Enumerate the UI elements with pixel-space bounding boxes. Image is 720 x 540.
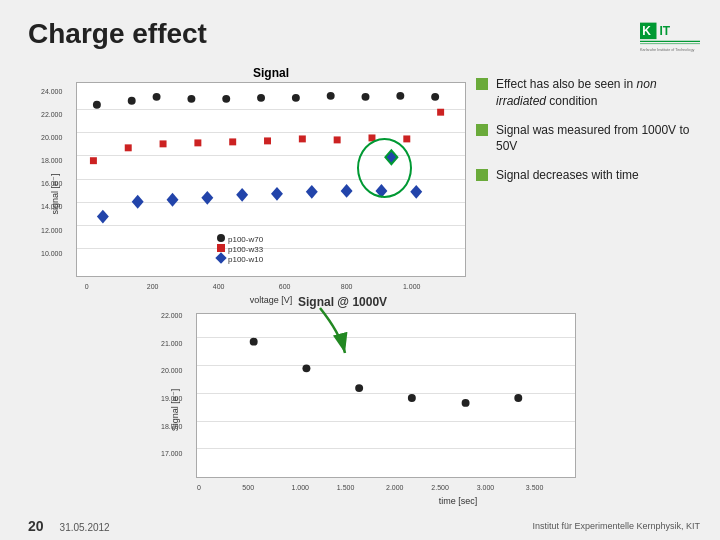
bullet-icon-2 [476, 124, 488, 136]
svg-marker-31 [201, 191, 213, 205]
bullet-icon-1 [476, 78, 488, 90]
svg-point-14 [362, 93, 370, 101]
bullet-item-1: Effect has also be seen in non irradiate… [476, 76, 700, 110]
svg-point-13 [327, 92, 335, 100]
svg-marker-38 [385, 150, 397, 164]
svg-point-16 [431, 93, 439, 101]
main-chart-title: Signal [76, 66, 466, 80]
chart-legend: p100-w70 p100-w33 p100-w10 [217, 234, 263, 264]
bullet-item-3: Signal decreases with time [476, 167, 700, 184]
header: Charge effect K IT Karlsruhe Institute o… [0, 0, 720, 66]
svg-point-41 [302, 364, 310, 372]
svg-marker-34 [306, 185, 318, 199]
footer-institution: Institut für Experimentelle Kernphysik, … [532, 521, 700, 531]
footer-date: 31.05.2012 [60, 522, 110, 533]
svg-rect-26 [403, 135, 410, 142]
svg-text:Karlsruhe Institute of Technol: Karlsruhe Institute of Technology [640, 48, 694, 52]
svg-marker-33 [271, 187, 283, 201]
svg-point-8 [153, 93, 161, 101]
page-title: Charge effect [28, 18, 207, 50]
svg-point-10 [222, 95, 230, 103]
svg-text:K: K [642, 24, 651, 38]
svg-marker-35 [341, 184, 353, 198]
svg-point-15 [396, 92, 404, 100]
svg-marker-37 [410, 185, 422, 199]
arrow-svg [290, 303, 390, 358]
svg-point-7 [128, 97, 136, 105]
bottom-chart-container: Signal [e⁻] 17.000 18.000 19.000 20.000 … [148, 313, 720, 506]
bullet-text-3: Signal decreases with time [496, 167, 639, 184]
bullet-item-2: Signal was measured from 1000V to 50V [476, 122, 700, 156]
svg-point-12 [292, 94, 300, 102]
main-chart: 10.000 12.000 14.000 16.000 18.000 20.00… [76, 82, 466, 277]
bullet-icon-3 [476, 169, 488, 181]
svg-marker-32 [236, 188, 248, 202]
svg-point-42 [355, 384, 363, 392]
svg-point-11 [257, 94, 265, 102]
svg-point-43 [408, 394, 416, 402]
main-chart-x-label: voltage [V] [76, 295, 466, 305]
footer: 20 31.05.2012 Institut für Experimentell… [28, 518, 700, 534]
svg-marker-28 [97, 210, 109, 224]
slide: Charge effect K IT Karlsruhe Institute o… [0, 0, 720, 540]
bottom-section: Signal @ 1000V Signal [e⁻] [0, 313, 720, 506]
svg-rect-25 [368, 134, 375, 141]
svg-text:IT: IT [660, 24, 671, 38]
svg-marker-36 [375, 184, 387, 198]
svg-marker-29 [132, 195, 144, 209]
content-row: Signal signal [e⁻] 10.000 12.000 14.000 [0, 66, 720, 305]
bullet-text-2: Signal was measured from 1000V to 50V [496, 122, 700, 156]
svg-point-9 [187, 95, 195, 103]
svg-rect-23 [299, 135, 306, 142]
bullet-text-1: Effect has also be seen in non irradiate… [496, 76, 700, 110]
svg-rect-22 [264, 137, 271, 144]
svg-rect-17 [90, 157, 97, 164]
kit-logo: K IT Karlsruhe Institute of Technology [640, 18, 700, 58]
svg-point-44 [462, 399, 470, 407]
svg-rect-24 [334, 136, 341, 143]
main-chart-area: Signal signal [e⁻] 10.000 12.000 14.000 [28, 66, 466, 305]
bottom-chart-x-label: time [sec] [196, 496, 720, 506]
svg-rect-20 [194, 139, 201, 146]
bullet-list: Effect has also be seen in non irradiate… [476, 66, 700, 305]
svg-marker-30 [167, 193, 179, 207]
svg-point-45 [514, 394, 522, 402]
svg-rect-19 [160, 140, 167, 147]
svg-rect-18 [125, 144, 132, 151]
kit-logo-icon: K IT Karlsruhe Institute of Technology [640, 18, 700, 58]
svg-point-6 [93, 101, 101, 109]
svg-point-40 [250, 338, 258, 346]
svg-rect-21 [229, 138, 236, 145]
svg-rect-27 [437, 109, 444, 116]
page-number: 20 [28, 518, 44, 534]
